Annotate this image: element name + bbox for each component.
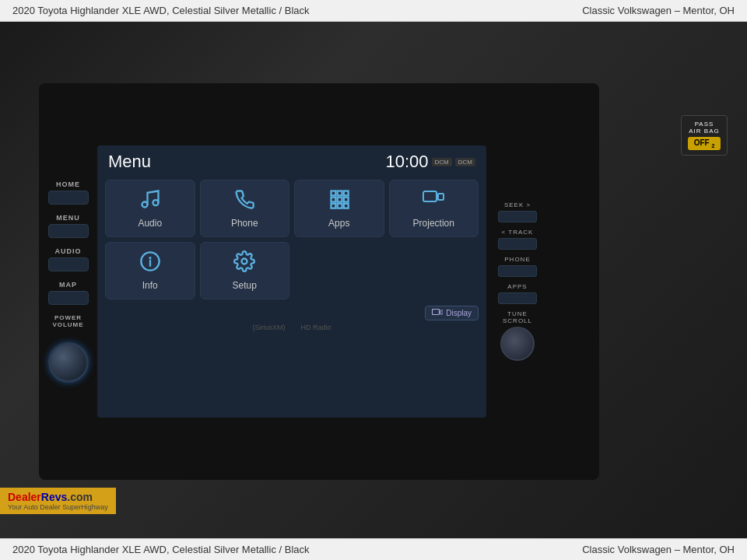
svg-rect-3 bbox=[337, 191, 342, 196]
right-controls: SEEK > < TRACK PHONE APPS TUNESCROLL bbox=[486, 194, 549, 370]
map-label: MAP bbox=[59, 281, 77, 289]
menu-item-projection[interactable]: Projection bbox=[389, 180, 479, 237]
left-controls: HOME MENU AUDIO MAP POWERVOLUME bbox=[39, 173, 97, 390]
menu-label: MENU bbox=[56, 214, 80, 222]
volume-knob[interactable] bbox=[48, 342, 89, 383]
projection-icon bbox=[423, 188, 444, 213]
apps-menu-label: Apps bbox=[328, 218, 349, 229]
info-menu-label: Info bbox=[142, 280, 158, 291]
menu-grid: Audio Phone bbox=[97, 175, 486, 304]
audio-label: AUDIO bbox=[55, 247, 82, 255]
projection-menu-label: Projection bbox=[413, 218, 454, 229]
svg-rect-17 bbox=[433, 310, 440, 315]
svg-point-1 bbox=[153, 200, 158, 205]
screen-time: 10:00 bbox=[386, 152, 429, 172]
display-label: Display bbox=[446, 309, 472, 317]
svg-point-16 bbox=[242, 259, 247, 264]
info-icon bbox=[139, 250, 161, 275]
tune-scroll-knob[interactable] bbox=[500, 327, 535, 361]
svg-rect-18 bbox=[440, 310, 443, 314]
siriusxm-label: (SiriusXM) bbox=[252, 324, 285, 331]
menu-item-apps[interactable]: Apps bbox=[294, 180, 384, 237]
off-badge: OFF 2 bbox=[688, 137, 721, 150]
home-button[interactable] bbox=[48, 191, 89, 205]
track-label: < TRACK bbox=[502, 229, 534, 236]
footer-left: 2020 Toyota Highlander XLE AWD, Celestia… bbox=[12, 544, 310, 555]
main-area: HOME MENU AUDIO MAP POWERVOLUME bbox=[0, 22, 747, 541]
audio-menu-label: Audio bbox=[138, 218, 162, 229]
seek-label: SEEK > bbox=[504, 201, 531, 208]
top-bar: 2020 Toyota Highlander XLE AWD, Celestia… bbox=[0, 0, 747, 22]
display-icon bbox=[432, 309, 443, 317]
apps-right-button[interactable] bbox=[498, 292, 537, 304]
svg-rect-2 bbox=[331, 191, 335, 196]
apps-right-label: APPS bbox=[507, 283, 527, 290]
bottom-bar: 2020 Toyota Highlander XLE AWD, Celestia… bbox=[0, 538, 747, 560]
svg-rect-10 bbox=[344, 204, 349, 208]
screen-badge: DCM bbox=[432, 158, 452, 166]
svg-rect-9 bbox=[337, 204, 342, 208]
track-group: < TRACK bbox=[498, 229, 537, 250]
seek-button[interactable] bbox=[498, 211, 537, 222]
power-volume-group: POWERVOLUME bbox=[52, 314, 83, 328]
apps-right-group: APPS bbox=[498, 283, 537, 304]
screen-footer: Display bbox=[97, 304, 486, 322]
home-label: HOME bbox=[56, 180, 80, 188]
svg-rect-4 bbox=[344, 191, 349, 196]
screen-badge-2: DCM bbox=[455, 158, 475, 166]
header-right: Classic Volkswagen – Mentor, OH bbox=[582, 5, 735, 16]
watermark-main: DealerRevs.com bbox=[8, 491, 108, 503]
svg-rect-6 bbox=[337, 198, 342, 202]
seek-group: SEEK > bbox=[498, 201, 537, 222]
svg-rect-11 bbox=[423, 191, 437, 201]
phone-menu-label: Phone bbox=[231, 218, 258, 229]
menu-control-group: MENU bbox=[48, 214, 89, 238]
header-left: 2020 Toyota Highlander XLE AWD, Celestia… bbox=[12, 5, 310, 16]
pass-airbag-sign: PASS AIR BAG OFF 2 bbox=[681, 115, 728, 156]
watermark: DealerRevs.com Your Auto Dealer SuperHig… bbox=[0, 488, 116, 514]
tune-scroll-label: TUNESCROLL bbox=[503, 310, 532, 324]
audio-icon bbox=[139, 188, 161, 213]
menu-button[interactable] bbox=[48, 224, 89, 238]
phone-right-label: PHONE bbox=[504, 256, 530, 263]
svg-rect-5 bbox=[331, 198, 335, 202]
footer-right: Classic Volkswagen – Mentor, OH bbox=[582, 544, 735, 555]
power-volume-label: POWERVOLUME bbox=[52, 314, 83, 328]
infotainment-screen: Menu 10:00 DCM DCM Audio bbox=[97, 145, 486, 418]
svg-rect-7 bbox=[344, 198, 349, 202]
svg-rect-12 bbox=[438, 194, 444, 200]
svg-point-0 bbox=[142, 202, 147, 208]
setup-menu-label: Setup bbox=[233, 280, 257, 291]
car-interior: HOME MENU AUDIO MAP POWERVOLUME bbox=[0, 22, 747, 541]
watermark-sub: Your Auto Dealer SuperHighway bbox=[8, 503, 108, 511]
menu-item-setup[interactable]: Setup bbox=[200, 242, 290, 299]
screen-header: Menu 10:00 DCM DCM bbox=[97, 145, 486, 175]
apps-icon bbox=[328, 188, 350, 213]
display-button[interactable]: Display bbox=[425, 306, 479, 320]
track-button[interactable] bbox=[498, 238, 537, 250]
phone-right-button[interactable] bbox=[498, 265, 537, 277]
infotainment-unit: HOME MENU AUDIO MAP POWERVOLUME bbox=[39, 83, 599, 480]
pass-airbag-label: PASS AIR BAG bbox=[688, 121, 721, 135]
home-control-group: HOME bbox=[48, 180, 89, 205]
tune-scroll-group: TUNESCROLL bbox=[500, 310, 535, 361]
svg-rect-8 bbox=[331, 204, 335, 208]
map-control-group: MAP bbox=[48, 281, 89, 305]
screen-title: Menu bbox=[108, 152, 151, 172]
phone-icon bbox=[233, 188, 255, 213]
menu-item-phone[interactable]: Phone bbox=[200, 180, 290, 237]
hd-radio-label: HD Radio bbox=[300, 324, 331, 331]
phone-right-group: PHONE bbox=[498, 256, 537, 277]
menu-item-audio[interactable]: Audio bbox=[105, 180, 195, 237]
screen-bottom-labels: (SiriusXM) HD Radio bbox=[97, 322, 486, 333]
audio-control-group: AUDIO bbox=[48, 247, 89, 271]
audio-button[interactable] bbox=[48, 257, 89, 271]
menu-item-info[interactable]: Info bbox=[105, 242, 195, 299]
map-button[interactable] bbox=[48, 291, 89, 305]
setup-icon bbox=[233, 250, 255, 275]
